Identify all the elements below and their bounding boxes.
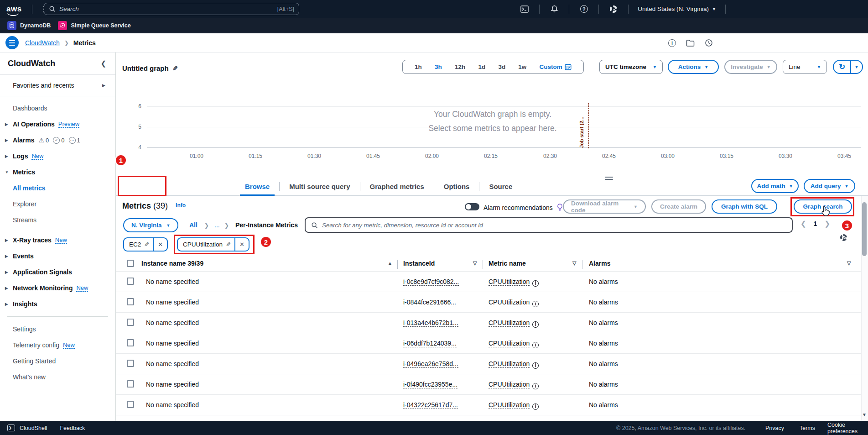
tab-source[interactable]: Source — [479, 177, 522, 196]
remove-filter-icon[interactable]: ✕ — [153, 238, 167, 251]
cloudshell-terminal-icon[interactable]: ❯ — [7, 425, 15, 431]
page-previous-icon[interactable]: ❮ — [800, 220, 806, 228]
region-selector[interactable]: United States (N. Virginia) ▼ — [634, 5, 720, 12]
metric-link[interactable]: CPUUtilization — [489, 319, 530, 327]
sidebar-item-getting-started[interactable]: Getting Started — [0, 357, 115, 365]
row-checkbox[interactable] — [127, 278, 134, 285]
col-metric-name[interactable]: Metric name — [489, 260, 526, 267]
info-icon[interactable]: i — [532, 342, 539, 348]
metric-link[interactable]: CPUUtilization — [489, 381, 530, 388]
row-checkbox[interactable] — [127, 339, 134, 346]
scrollbar-down-arrow[interactable]: ▼ — [862, 412, 867, 417]
new-badge[interactable]: New — [31, 152, 43, 160]
sidebar-item-insights[interactable]: ▶Insights — [0, 300, 115, 308]
tab-browse[interactable]: Browse — [235, 177, 279, 196]
scrollbar-thumb[interactable] — [862, 202, 867, 256]
time-range-3d[interactable]: 3d — [498, 63, 505, 70]
sidebar-item-whats-new[interactable]: What's new — [0, 373, 115, 381]
add-query-button[interactable]: Add query▼ — [804, 179, 855, 193]
footer-cookie-preferences-link[interactable]: Cookie preferences — [827, 422, 868, 435]
preview-badge[interactable]: Preview — [58, 121, 79, 128]
sidebar-item-favorites-recents[interactable]: Favorites and recents ▶ — [0, 75, 115, 96]
filter-icon[interactable]: ▽ — [572, 260, 576, 266]
global-search-input[interactable] — [59, 5, 277, 12]
metric-link[interactable]: CPUUtilization — [489, 278, 530, 286]
sidebar-item-events[interactable]: ▶Events — [0, 252, 115, 260]
table-preferences-gear-icon[interactable] — [840, 234, 847, 241]
sidebar-item-all-metrics[interactable]: All metrics — [0, 184, 115, 192]
info-icon[interactable]: i — [532, 404, 539, 410]
footer-cloudshell-link[interactable]: CloudShell — [20, 425, 47, 431]
metric-search-box[interactable] — [305, 217, 793, 233]
crumb-all-link[interactable]: All — [189, 221, 198, 229]
remove-filter-icon[interactable]: ✕ — [234, 238, 249, 251]
filter-icon[interactable]: ▽ — [847, 260, 851, 266]
download-alarm-code-button[interactable]: Download alarm code▼ — [563, 199, 646, 214]
row-checkbox[interactable] — [127, 319, 134, 326]
row-checkbox[interactable] — [127, 298, 134, 305]
col-instance-id[interactable]: InstanceId — [403, 260, 435, 267]
row-checkbox[interactable] — [127, 401, 134, 408]
actions-button[interactable]: Actions▼ — [668, 60, 719, 74]
info-link[interactable]: Info — [176, 202, 186, 209]
footer-terms-link[interactable]: Terms — [800, 425, 815, 431]
info-icon[interactable]: i — [532, 301, 539, 307]
cell-instance-id-link[interactable]: i-06ddf7b124039... — [403, 340, 457, 347]
aws-logo[interactable]: aws — [6, 5, 22, 14]
new-badge[interactable]: New — [63, 341, 75, 349]
favorite-dynamodb[interactable]: DynamoDB — [7, 21, 51, 30]
filter-pill-cpuutilization[interactable]: CPUUtilization✎ ✕ — [177, 237, 249, 252]
cell-instance-id-link[interactable]: i-0844fce291666... — [403, 299, 456, 306]
notifications-bell-icon[interactable] — [545, 0, 563, 18]
cloudshell-icon[interactable] — [515, 0, 534, 18]
col-alarms[interactable]: Alarms — [589, 260, 610, 267]
tab-options[interactable]: Options — [434, 177, 479, 196]
cell-instance-id-link[interactable]: i-0f490fcc23955e... — [403, 381, 457, 388]
help-icon[interactable]: ? — [575, 0, 593, 18]
create-alarm-button[interactable]: Create alarm — [651, 199, 706, 214]
row-checkbox[interactable] — [127, 360, 134, 367]
edit-pencil-icon[interactable]: ✎ — [226, 241, 231, 248]
graph-with-sql-button[interactable]: Graph with SQL — [712, 199, 777, 214]
folder-icon[interactable] — [686, 39, 695, 47]
sidebar-item-streams[interactable]: Streams — [0, 216, 115, 224]
add-math-button[interactable]: Add math▼ — [751, 179, 799, 193]
metric-link[interactable]: CPUUtilization — [489, 299, 530, 306]
row-checkbox[interactable] — [127, 380, 134, 388]
settings-gear-icon[interactable] — [604, 0, 623, 18]
select-all-checkbox[interactable] — [127, 260, 134, 267]
time-range-1w[interactable]: 1w — [518, 63, 526, 70]
favorite-sqs[interactable]: Simple Queue Service — [58, 21, 130, 30]
info-icon[interactable]: i — [532, 321, 539, 328]
cell-instance-id-link[interactable]: i-0496ea26e758d... — [403, 360, 458, 368]
crumb-ellipsis-link[interactable]: ... — [214, 221, 220, 229]
refresh-icon[interactable]: ↻ — [834, 62, 850, 72]
global-search[interactable]: [Alt+S] — [44, 3, 299, 15]
col-instance-name[interactable]: Instance name 39/39 — [141, 260, 203, 267]
chevron-down-icon[interactable]: ▼ — [851, 65, 862, 69]
metric-link[interactable]: CPUUtilization — [489, 401, 530, 409]
time-range-1h[interactable]: 1h — [415, 63, 422, 70]
filter-icon[interactable]: ▽ — [473, 260, 477, 266]
page-info-icon[interactable]: i — [668, 39, 676, 47]
sidebar-item-explorer[interactable]: Explorer — [0, 200, 115, 208]
cell-instance-id-link[interactable]: i-013a4e4b672b1... — [403, 319, 458, 327]
sidebar-item-telemetry-config[interactable]: Telemetry configNew — [0, 341, 115, 349]
sidebar-item-settings[interactable]: Settings — [0, 325, 115, 333]
footer-privacy-link[interactable]: Privacy — [765, 425, 784, 431]
sidebar-collapse-icon[interactable]: ❮ — [100, 59, 106, 68]
breadcrumb-service-link[interactable]: CloudWatch — [25, 39, 60, 47]
info-icon[interactable]: i — [532, 383, 539, 389]
alarm-recommendations-toggle[interactable] — [465, 203, 479, 210]
sidebar-item-network-monitoring[interactable]: ▶Network MonitoringNew — [0, 284, 115, 292]
panel-resize-handle[interactable] — [605, 177, 613, 180]
info-icon[interactable]: i — [532, 280, 539, 287]
edit-pencil-icon[interactable]: ✎ — [172, 65, 178, 72]
refresh-split-button[interactable]: ↻ ▼ — [833, 60, 863, 74]
hamburger-menu-icon[interactable] — [5, 36, 19, 49]
new-badge[interactable]: New — [55, 236, 67, 244]
edit-pencil-icon[interactable]: ✎ — [144, 241, 149, 248]
sidebar-item-xray-traces[interactable]: ▶X-Ray tracesNew — [0, 236, 115, 244]
sort-ascending-icon[interactable]: ▲ — [388, 261, 392, 266]
sidebar-item-logs[interactable]: ▶LogsNew — [0, 152, 115, 160]
